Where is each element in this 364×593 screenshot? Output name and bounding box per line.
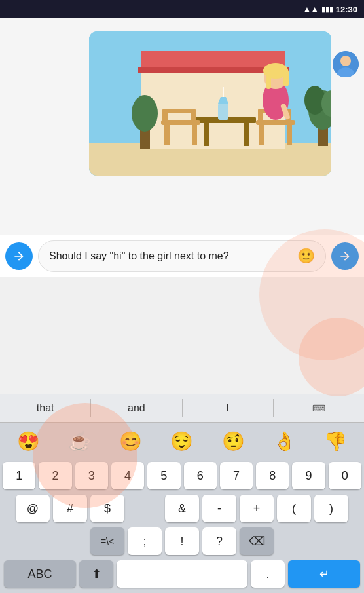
suggestion-i[interactable]: I [183, 396, 273, 421]
status-time: 12:30 [336, 5, 357, 14]
emoji-thumbsdown[interactable]: 👎 [324, 430, 347, 452]
key-period[interactable]: . [251, 560, 285, 588]
key-8[interactable]: 8 [256, 462, 289, 489]
key-0[interactable]: 0 [329, 462, 361, 489]
key-rparen[interactable]: ) [314, 495, 348, 522]
svg-rect-10 [192, 125, 197, 145]
svg-rect-13 [162, 109, 196, 113]
key-plus[interactable]: + [240, 495, 274, 522]
battery-icon: ▮▮▮ [321, 5, 333, 14]
word-suggestions-row: that and I ⌨ [0, 394, 364, 423]
avatar [333, 51, 359, 77]
emoji-happy[interactable]: 😊 [119, 430, 142, 452]
bottom-row: ABC ⬆ . ↵ [0, 558, 364, 593]
emoji-relieved[interactable]: 😌 [170, 430, 193, 452]
key-abc[interactable]: ABC [4, 560, 76, 588]
key-1[interactable]: 1 [3, 462, 35, 489]
image-card [89, 31, 331, 176]
svg-rect-9 [164, 125, 170, 145]
svg-rect-7 [244, 123, 249, 146]
key-9[interactable]: 9 [292, 462, 325, 489]
svg-point-36 [340, 56, 351, 66]
message-text[interactable]: Should I say "hi" to the girl next to me… [49, 250, 297, 262]
key-6[interactable]: 6 [184, 462, 217, 489]
chat-illustration [89, 31, 331, 176]
key-7[interactable]: 7 [220, 462, 253, 489]
forward-button[interactable] [331, 242, 359, 270]
key-enter[interactable]: ↵ [288, 560, 360, 588]
svg-rect-6 [204, 123, 209, 146]
svg-point-34 [132, 95, 158, 132]
svg-rect-15 [259, 125, 264, 145]
number-row: 1 2 3 4 5 6 7 8 9 0 [0, 459, 364, 492]
key-lparen[interactable]: ( [277, 495, 311, 522]
key-space[interactable] [117, 560, 247, 588]
svg-rect-26 [218, 104, 228, 120]
key-4[interactable]: 4 [111, 462, 144, 489]
key-dash[interactable]: - [202, 495, 236, 522]
send-button[interactable] [5, 242, 33, 270]
svg-rect-16 [287, 125, 292, 145]
key-symbols[interactable]: =\< [90, 527, 124, 555]
key-ampersand[interactable]: & [165, 495, 199, 522]
key-exclaim[interactable]: ! [165, 527, 199, 555]
svg-rect-23 [266, 69, 271, 89]
emoji-smirk[interactable]: 🤨 [222, 430, 245, 452]
symbol-row-1: @ # $ & - + ( ) [0, 492, 364, 525]
emoji-button[interactable]: 🙂 [297, 248, 315, 265]
key-hash[interactable]: # [53, 495, 87, 522]
key-2[interactable]: 2 [39, 462, 71, 489]
key-at[interactable]: @ [16, 495, 50, 522]
suggestion-extra[interactable]: ⌨ [274, 396, 364, 420]
key-question[interactable]: ? [202, 527, 236, 555]
svg-rect-24 [283, 69, 289, 86]
chat-area [0, 18, 364, 235]
emoji-ok[interactable]: 👌 [273, 430, 296, 452]
symbol-row-2: =\< ; ! ? ⌫ [0, 525, 364, 558]
emoji-heart-eyes[interactable]: 😍 [17, 430, 40, 452]
key-backspace[interactable]: ⌫ [240, 527, 274, 555]
suggestion-that[interactable]: that [0, 396, 90, 421]
key-3[interactable]: 3 [75, 462, 108, 489]
emoji-coffee[interactable]: ☕ [68, 430, 91, 452]
status-icons: ▲▲ ▮▮▮ 12:30 [303, 5, 357, 14]
key-5[interactable]: 5 [147, 462, 180, 489]
key-dollar[interactable]: $ [90, 495, 124, 522]
keyboard: that and I ⌨ 😍 ☕ 😊 😌 🤨 👌 👎 1 2 3 4 5 6 7… [0, 394, 364, 593]
key-shift[interactable]: ⬆ [79, 560, 113, 588]
suggestion-and[interactable]: and [91, 396, 181, 421]
status-bar: ▲▲ ▮▮▮ 12:30 [0, 0, 364, 18]
message-input-bubble[interactable]: Should I say "hi" to the girl next to me… [38, 240, 326, 272]
overlay-circle-3 [299, 318, 364, 396]
emoji-row: 😍 ☕ 😊 😌 🤨 👌 👎 [0, 423, 364, 459]
message-input-area: Should I say "hi" to the girl next to me… [0, 235, 364, 277]
key-semicolon[interactable]: ; [128, 527, 162, 555]
signal-icon: ▲▲ [303, 5, 319, 14]
